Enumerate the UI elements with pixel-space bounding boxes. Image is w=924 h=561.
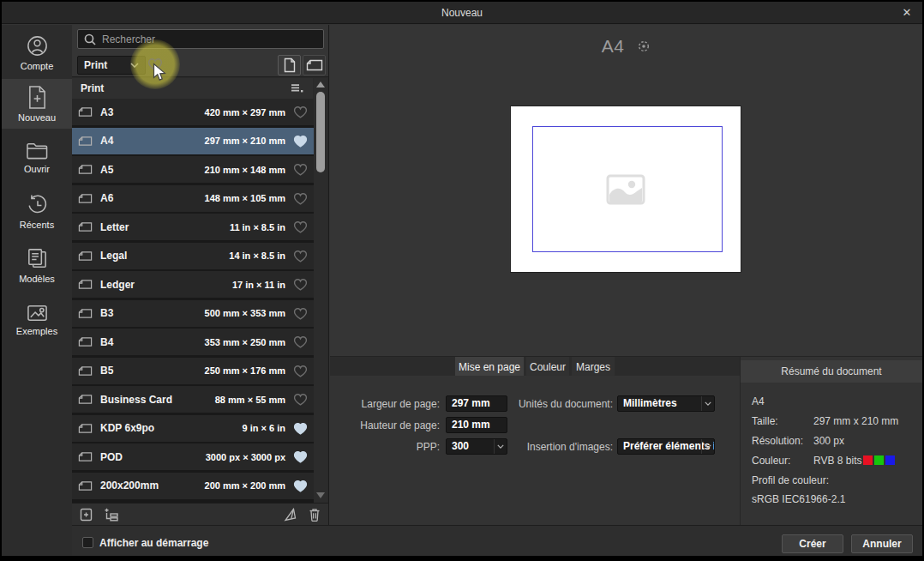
preset-row[interactable]: B5 250 mm × 176 mm bbox=[72, 358, 314, 384]
favorite-heart-icon[interactable] bbox=[293, 135, 308, 148]
scrollbar[interactable] bbox=[314, 78, 327, 503]
preset-row[interactable]: POD 3000 px × 3000 px bbox=[72, 443, 314, 470]
page-icon bbox=[78, 221, 93, 232]
tab-marges[interactable]: Marges bbox=[572, 357, 615, 377]
add-category-icon[interactable] bbox=[104, 508, 119, 522]
page-width-label: Largeur de page: bbox=[330, 398, 440, 410]
chevron-down-icon[interactable] bbox=[701, 396, 714, 411]
page-icon bbox=[78, 336, 93, 347]
favorite-heart-icon[interactable] bbox=[293, 106, 308, 118]
preset-list-toolbar bbox=[72, 503, 328, 525]
preset-row[interactable]: KDP 6x9po 9 in × 6 in bbox=[72, 415, 314, 442]
category-dropdown-value: Print bbox=[84, 59, 107, 71]
trash-icon[interactable] bbox=[309, 508, 321, 522]
sidebar-item-exemples[interactable]: Exemples bbox=[2, 294, 72, 344]
page-icon bbox=[78, 394, 93, 405]
image-placeholder-icon bbox=[606, 174, 645, 205]
chevron-down-icon[interactable] bbox=[701, 439, 714, 454]
sidebar: Compte Nouveau Ouvrir Récents Modèles bbox=[2, 25, 72, 556]
preset-section-header: Print bbox=[72, 78, 313, 99]
edit-pen-icon[interactable] bbox=[283, 508, 297, 522]
sidebar-item-nouveau[interactable]: Nouveau bbox=[2, 79, 72, 129]
tab-mise-en-page[interactable]: Mise en page bbox=[455, 357, 524, 377]
dialog-footer: Afficher au démarrage Créer Annuler bbox=[72, 525, 922, 556]
preset-row[interactable]: A6 148 mm × 105 mm bbox=[72, 185, 314, 212]
favorite-heart-icon[interactable] bbox=[293, 335, 308, 348]
page-icon bbox=[78, 106, 93, 118]
show-at-startup-checkbox[interactable] bbox=[82, 537, 93, 548]
scrollbar-thumb[interactable] bbox=[316, 92, 325, 172]
color-value: RVB 8 bits bbox=[813, 455, 861, 467]
preset-row[interactable]: Letter 11 in × 8.5 in bbox=[72, 214, 314, 240]
favorite-heart-icon[interactable] bbox=[293, 192, 308, 205]
preset-row[interactable]: Legal 14 in × 8.5 in bbox=[72, 243, 314, 269]
list-view-options-icon[interactable] bbox=[290, 83, 304, 94]
add-preset-icon[interactable] bbox=[80, 508, 93, 522]
page-height-input[interactable]: 210 mm bbox=[446, 417, 507, 433]
recent-clock-icon bbox=[25, 192, 50, 217]
preset-row[interactable]: B4 353 mm × 250 mm bbox=[72, 329, 314, 355]
sidebar-item-ouvrir[interactable]: Ouvrir bbox=[2, 132, 72, 182]
preset-row[interactable]: Ledger 17 in × 11 in bbox=[72, 271, 314, 298]
new-document-dialog: Nouveau ✕ Compte Nouveau Ouvrir Réc bbox=[2, 2, 922, 556]
sidebar-label: Compte bbox=[21, 61, 54, 71]
sidebar-label: Exemples bbox=[16, 326, 57, 336]
sidebar-label: Nouveau bbox=[18, 112, 56, 123]
favorite-heart-icon[interactable] bbox=[293, 480, 308, 492]
preset-row[interactable]: A3 420 mm × 297 mm bbox=[72, 99, 314, 125]
sidebar-item-recents[interactable]: Récents bbox=[2, 186, 72, 236]
page-icon bbox=[78, 308, 93, 319]
favorite-heart-icon[interactable] bbox=[293, 163, 308, 176]
favorite-heart-icon[interactable] bbox=[293, 250, 308, 262]
favorite-heart-icon[interactable] bbox=[293, 365, 308, 377]
new-document-icon bbox=[27, 85, 48, 110]
sidebar-item-modeles[interactable]: Modèles bbox=[2, 240, 72, 290]
favorite-heart-icon[interactable] bbox=[293, 220, 308, 233]
search-input[interactable]: Rechercher bbox=[77, 29, 324, 49]
portrait-orientation-button[interactable] bbox=[278, 55, 301, 75]
page-icon bbox=[78, 423, 93, 434]
preset-row[interactable]: A5 210 mm × 148 mm bbox=[72, 156, 314, 183]
gear-icon[interactable] bbox=[637, 39, 651, 53]
sidebar-item-compte[interactable]: Compte bbox=[2, 27, 72, 77]
tab-couleur[interactable]: Couleur bbox=[526, 357, 569, 377]
color-profile-value: sRGB IEC61966-2.1 bbox=[752, 493, 919, 506]
section-title: Print bbox=[81, 82, 104, 94]
account-icon bbox=[25, 33, 50, 58]
sidebar-label: Modèles bbox=[19, 274, 55, 284]
size-label: Taille: bbox=[752, 415, 778, 427]
units-label: Unités du document: bbox=[484, 398, 613, 410]
favorite-heart-icon[interactable] bbox=[293, 450, 308, 463]
preset-row[interactable]: A4 297 mm × 210 mm bbox=[72, 128, 314, 154]
summary-header: Résumé du document bbox=[741, 360, 922, 383]
close-icon[interactable]: ✕ bbox=[899, 5, 915, 21]
search-icon bbox=[84, 33, 96, 45]
units-select[interactable]: Millimètres bbox=[617, 395, 715, 412]
preset-row[interactable]: 200x200mm 200 mm × 200 mm bbox=[72, 473, 314, 499]
cancel-button[interactable]: Annuler bbox=[851, 534, 913, 553]
preset-row[interactable]: B3 500 mm × 353 mm bbox=[72, 300, 314, 327]
image-placement-select[interactable]: Préférer éléments int bbox=[617, 438, 715, 455]
blue-swatch bbox=[885, 455, 895, 465]
create-button[interactable]: Créer bbox=[782, 534, 843, 553]
scroll-up-icon[interactable] bbox=[316, 81, 325, 87]
layout-settings-form: Largeur de page: 297 mm Hauteur de page:… bbox=[330, 376, 740, 525]
favorite-heart-icon[interactable] bbox=[293, 422, 308, 435]
landscape-orientation-button[interactable] bbox=[303, 55, 326, 75]
page-height-label: Hauteur de page: bbox=[330, 419, 440, 431]
preview-preset-name: A4 bbox=[602, 36, 625, 57]
favorite-heart-icon[interactable] bbox=[293, 278, 308, 291]
preset-row[interactable]: Business Card 88 mm × 55 mm bbox=[72, 386, 314, 413]
sidebar-label: Récents bbox=[20, 220, 54, 230]
resolution-label: Résolution: bbox=[752, 435, 803, 447]
size-value: 297 mm x 210 mm bbox=[813, 415, 898, 427]
favorite-heart-icon[interactable] bbox=[293, 393, 308, 406]
presets-panel: Rechercher Print Print bbox=[72, 25, 329, 525]
scroll-down-icon[interactable] bbox=[316, 492, 325, 498]
favorite-heart-icon[interactable] bbox=[293, 307, 308, 320]
mouse-cursor bbox=[153, 63, 167, 83]
summary-preset-name: A4 bbox=[752, 395, 919, 408]
green-swatch bbox=[874, 455, 884, 465]
color-label: Couleur: bbox=[752, 455, 790, 467]
document-preview-area: A4 bbox=[330, 25, 922, 356]
